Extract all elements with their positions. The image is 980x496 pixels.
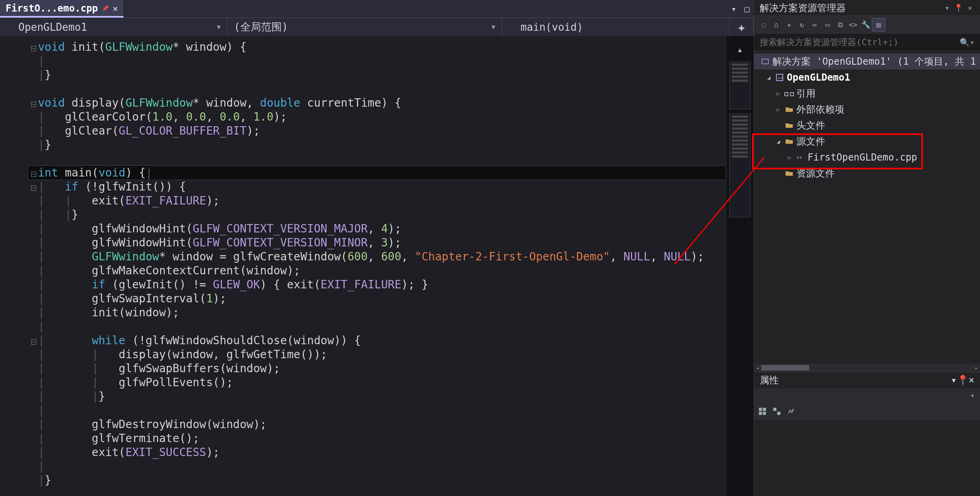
pane-pin-icon[interactable]: 📍 (952, 4, 965, 12)
nav-function-label: main(void) (521, 21, 583, 33)
window-max-icon[interactable]: ▢ (740, 4, 754, 14)
tb-collapse-icon[interactable]: ⇔ (808, 18, 821, 31)
tab-strip: FirstO...emo.cpp 📌 × ▾ ▢ (0, 0, 754, 18)
pane-pin-icon[interactable]: 📍 (957, 375, 969, 386)
properties-body (754, 420, 980, 496)
nav-project[interactable]: OpenGLDemo1 ▼ (0, 18, 228, 36)
nav-project-label: OpenGLDemo1 (18, 21, 87, 33)
solution-icon (760, 58, 770, 65)
nav-scope-label: (全局范围) (234, 20, 288, 34)
pin-icon[interactable]: 📌 (102, 5, 109, 12)
external-deps-node[interactable]: ▷ 外部依赖项 (754, 101, 980, 117)
expander-icon[interactable]: ▷ (786, 154, 793, 161)
properties-title: 属性 ▾ 📍 × (754, 372, 980, 388)
svg-rect-6 (759, 412, 762, 415)
project-icon: ++ (775, 73, 784, 81)
svg-rect-7 (763, 412, 766, 415)
minimap-up-icon[interactable]: ▴ (729, 44, 750, 58)
properties-toolbar: 🗲 (754, 403, 980, 420)
solution-search[interactable]: 🔍▾ (754, 34, 980, 51)
solution-explorer-title: 解决方案资源管理器 ▾ 📍 × (754, 0, 980, 16)
source-file-node[interactable]: ▷ ++ FirstOpenGLDemo.cpp (754, 149, 980, 165)
prop-cat-icon[interactable] (756, 405, 768, 417)
folder-icon (784, 122, 794, 129)
expander-icon[interactable]: ▷ (775, 106, 782, 113)
tab-label: FirstO...emo.cpp (6, 3, 98, 14)
pane-close-icon[interactable]: × (969, 375, 974, 386)
tb-showall-icon[interactable]: ▭ (821, 18, 834, 31)
svg-rect-8 (773, 408, 776, 411)
solution-node[interactable]: 解决方案 'OpenGLDemo1' (1 个项目, 共 1 (754, 54, 980, 69)
project-node[interactable]: ◢ ++ OpenGLDemo1 (754, 69, 980, 85)
tb-wrench-icon[interactable]: 🔧 (859, 18, 872, 31)
tb-sync-icon[interactable]: ✦ (783, 18, 796, 31)
svg-text:++: ++ (778, 75, 783, 81)
cpp-file-icon: ++ (796, 153, 805, 161)
code-nav-bar: OpenGLDemo1 ▼ (全局范围) ▼ main(void) ▼ ✚ (0, 18, 754, 36)
solution-toolbar: ◌ ⌂ ✦ ↻ ⇔ ▭ ⧉ <> 🔧 ▤ (754, 16, 980, 34)
tb-code-icon[interactable]: <> (847, 18, 859, 31)
resources-node[interactable]: 资源文件 (754, 165, 980, 181)
tb-filter-icon[interactable]: ▤ (872, 18, 885, 31)
references-node[interactable]: ▷ ▫▫ 引用 (754, 85, 980, 101)
solution-search-input[interactable] (760, 37, 956, 47)
svg-text:++: ++ (796, 155, 802, 161)
close-icon[interactable]: × (113, 4, 118, 14)
expander-icon[interactable]: ◢ (775, 138, 782, 145)
tb-back-icon[interactable]: ◌ (757, 18, 770, 31)
prop-events-icon[interactable]: 🗲 (785, 405, 797, 417)
tb-home-icon[interactable]: ⌂ (770, 18, 783, 31)
folder-icon (784, 170, 794, 177)
minimap[interactable]: ▴ (726, 36, 754, 496)
svg-rect-0 (762, 59, 768, 64)
folder-icon (784, 138, 794, 145)
properties-selector[interactable]: ▾ (754, 388, 980, 403)
headers-node[interactable]: 头文件 (754, 117, 980, 133)
code-editor[interactable]: −void init(GLFWwindow* window) {||}−void… (28, 36, 726, 496)
expander-icon[interactable]: ▷ (775, 90, 782, 97)
pane-dropdown-icon[interactable]: ▾ (942, 4, 952, 12)
active-tab[interactable]: FirstO...emo.cpp 📌 × (0, 0, 124, 18)
folder-icon (784, 106, 794, 113)
svg-rect-5 (763, 408, 766, 411)
pane-dropdown-icon[interactable]: ▾ (951, 375, 956, 386)
tb-copy-icon[interactable]: ⧉ (834, 18, 847, 31)
prop-az-icon[interactable] (771, 405, 783, 417)
nav-scope[interactable]: (全局范围) ▼ (228, 18, 502, 36)
tb-refresh-icon[interactable]: ↻ (796, 18, 808, 31)
expander-icon[interactable]: ◢ (765, 74, 772, 81)
svg-rect-9 (777, 412, 780, 415)
tree-hscroll[interactable]: ◂▸ (754, 364, 980, 372)
solution-tree: 解决方案 'OpenGLDemo1' (1 个项目, 共 1 ◢ ++ Open… (754, 51, 980, 364)
nav-function[interactable]: main(void) ▼ (502, 18, 730, 36)
svg-rect-4 (759, 408, 762, 411)
search-icon[interactable]: 🔍▾ (956, 38, 974, 47)
window-dropdown-icon[interactable]: ▾ (727, 4, 740, 14)
references-icon: ▫▫ (784, 88, 794, 99)
gutter (0, 36, 28, 496)
pane-close-icon[interactable]: × (965, 4, 974, 12)
sources-node[interactable]: ◢ 源文件 (754, 133, 980, 149)
nav-add-icon[interactable]: ✚ (730, 18, 754, 36)
